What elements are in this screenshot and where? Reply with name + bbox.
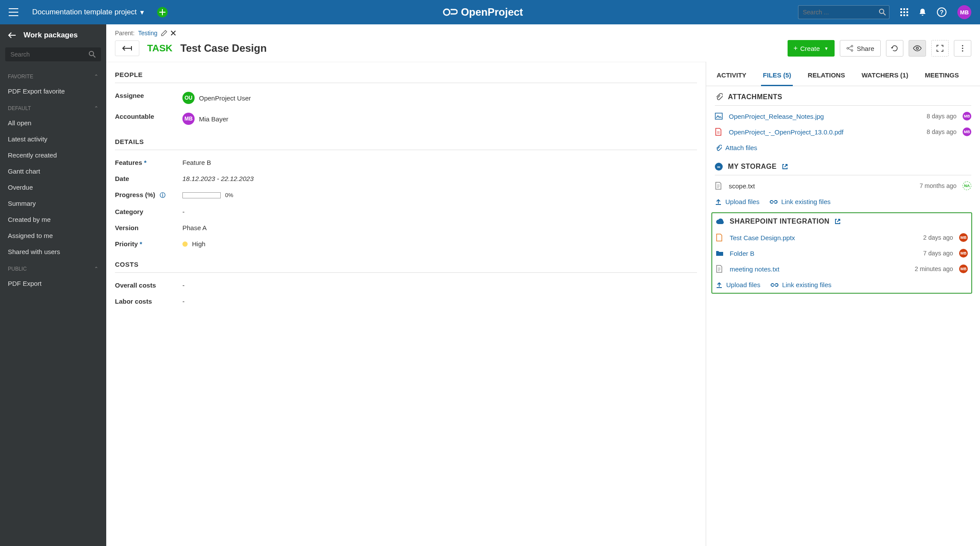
doc-file-icon [715,182,723,190]
link-existing-files-link[interactable]: Link existing files [770,198,830,205]
parent-link[interactable]: Testing [138,30,157,37]
version-value[interactable]: Phase A [182,224,207,231]
details-panel: People Assignee OU OpenProject User Acco… [106,62,706,546]
sidebar-section-public[interactable]: Public ⌃ [5,262,101,275]
watch-icon[interactable] [909,40,926,57]
sidebar-item[interactable]: Shared with users [5,244,101,260]
header-icons: ? MB [900,5,971,19]
user-avatar[interactable]: MB [957,5,971,19]
file-link[interactable]: Folder B [730,250,917,257]
back-button[interactable] [115,40,139,56]
file-time: 8 days ago [927,128,957,135]
sidebar-back-icon[interactable] [8,32,16,38]
sidebar-search[interactable] [5,47,101,61]
tab-watchers[interactable]: Watchers (1) [860,68,910,86]
edit-icon[interactable] [161,30,167,36]
plus-icon: + [794,44,798,52]
svg-point-15 [847,47,849,49]
sidebar-item[interactable]: All open [5,115,101,131]
file-link[interactable]: OpenProject_-_OpenProject_13.0.0.pdf [729,128,921,136]
file-time: 2 days ago [923,234,953,241]
files-panel: Activity Files (5) Relations Watchers (1… [706,62,980,546]
labor-costs-label: Labor costs [115,298,182,305]
attachments-section: Attachments OpenProject_Release_Notes.jp… [706,86,980,156]
ppt-file-icon [716,234,724,241]
sidebar-item[interactable]: PDF Export [5,275,101,291]
sidebar-item[interactable]: Latest activity [5,131,101,147]
upload-files-link[interactable]: Upload files [715,198,759,205]
file-link[interactable]: OpenProject_Release_Notes.jpg [729,113,921,120]
assignee-value[interactable]: OU OpenProject User [182,92,251,104]
apps-icon[interactable] [900,8,908,16]
help-icon[interactable]: ? [937,7,946,17]
storage-icon: ∞ [715,163,723,171]
sidebar-section-favorite[interactable]: Favorite ⌃ [5,70,101,83]
date-value[interactable]: 18.12.2023 - 22.12.2023 [182,175,253,182]
sidebar-item[interactable]: Gantt chart [5,163,101,179]
sidebar-item[interactable]: PDF Export favorite [5,83,101,99]
sidebar-search-input[interactable] [10,51,89,58]
project-name: Documentation template project [32,8,137,17]
tab-relations[interactable]: Relations [806,68,847,86]
history-icon[interactable] [886,40,903,57]
share-button[interactable]: Share [840,40,881,57]
close-icon[interactable] [171,30,176,36]
accountable-label: Accountable [115,113,182,125]
tab-meetings[interactable]: Meetings [923,68,960,86]
details-heading: Details [115,134,697,150]
caret-down-icon: ▾ [140,8,144,17]
file-time: 8 days ago [927,113,957,120]
svg-point-17 [916,47,919,50]
priority-value[interactable]: High [182,240,205,248]
more-icon[interactable] [954,40,971,57]
link-existing-files-link[interactable]: Link existing files [771,281,831,288]
version-label: Version [115,224,182,231]
file-time: 2 minutes ago [915,265,953,272]
file-link[interactable]: meeting notes.txt [730,265,909,273]
file-row: OpenProject_Release_Notes.jpg 8 days ago… [715,108,971,124]
features-label: Features * [115,159,182,166]
progress-value[interactable]: 0% [182,191,233,199]
fullscreen-icon[interactable] [931,40,949,57]
tab-files[interactable]: Files (5) [761,68,793,86]
accountable-value[interactable]: MB Mia Bayer [182,113,229,125]
app-header: Documentation template project ▾ OpenPro… [0,0,980,24]
sidebar-section-default[interactable]: Default ⌃ [5,102,101,115]
help-icon[interactable]: ⓘ [160,192,165,198]
content: Parent: Testing Task Test Case Design + … [106,24,980,546]
category-value[interactable]: - [182,208,185,215]
sidebar-item[interactable]: Created by me [5,211,101,228]
attach-files-link[interactable]: Attach files [715,144,757,151]
file-time: 7 months ago [919,182,956,189]
search-input[interactable] [803,9,879,16]
add-button[interactable] [157,7,168,17]
sidebar: Work packages Favorite ⌃ PDF Export favo… [0,24,106,546]
sidebar-item[interactable]: Overdue [5,179,101,195]
features-value[interactable]: Feature B [182,159,211,166]
bell-icon[interactable] [919,8,926,16]
svg-point-19 [962,48,963,49]
upload-files-link[interactable]: Upload files [716,281,760,288]
project-dropdown[interactable]: Documentation template project ▾ [32,8,144,17]
external-link-icon[interactable] [835,218,841,224]
external-link-icon[interactable] [782,164,788,170]
mystorage-section: ∞ My Storage scope.txt 7 months ago NA [706,156,980,210]
hamburger-icon[interactable] [9,8,19,16]
assignee-label: Assignee [115,92,182,104]
file-avatar: MB [959,249,968,258]
doc-file-icon [716,265,724,273]
create-button[interactable]: + Create ▼ [788,40,835,57]
file-name[interactable]: scope.txt [729,182,913,190]
svg-point-14 [851,45,853,47]
svg-point-1 [879,9,884,13]
labor-costs-value: - [182,298,185,305]
logo: OpenProject [443,6,523,18]
sidebar-item[interactable]: Summary [5,195,101,211]
sidebar-title: Work packages [24,31,77,40]
tab-activity[interactable]: Activity [715,68,748,86]
file-link[interactable]: Test Case Design.pptx [730,234,917,241]
sidebar-item[interactable]: Recently created [5,147,101,163]
global-search[interactable] [798,5,889,19]
sidebar-item[interactable]: Assigned to me [5,228,101,244]
chevron-up-icon: ⌃ [94,105,98,111]
